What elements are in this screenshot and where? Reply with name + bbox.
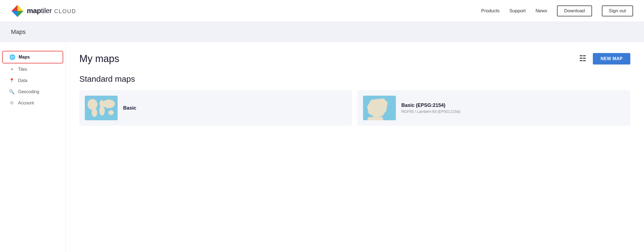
logo-icon (11, 4, 24, 17)
svg-point-13 (92, 108, 97, 117)
logo-text: maptiler CLOUD (27, 7, 76, 15)
pin-icon: 📍 (9, 78, 15, 83)
map-info-epsg2154: Basic (EPSG:2154) RGF93 / Lambert-93 (EP… (401, 102, 625, 114)
page-banner: Maps (0, 22, 644, 42)
sidebar-item-geocoding[interactable]: 🔍 Geocoding (2, 86, 63, 97)
map-card-basic[interactable]: Basic (79, 90, 352, 126)
map-subtitle-epsg2154: RGF93 / Lambert-93 (EPSG:2154) (401, 109, 625, 114)
map-thumb-basic (85, 96, 118, 120)
map-thumb-epsg2154 (363, 96, 396, 120)
tiles-icon: ✦ (9, 67, 15, 72)
layout: 🌐 Maps ✦ Tiles 📍 Data 🔍 Geocoding ⚙ Acco… (0, 42, 644, 252)
svg-rect-5 (580, 55, 582, 56)
download-button[interactable]: Download (557, 5, 592, 16)
sidebar-item-maps[interactable]: 🌐 Maps (2, 51, 63, 63)
nav-support[interactable]: Support (509, 8, 526, 14)
sidebar-label-maps: Maps (19, 55, 30, 60)
svg-rect-6 (583, 55, 586, 56)
map-info-basic: Basic (123, 105, 347, 111)
header: maptiler CLOUD Products Support News Dow… (0, 0, 644, 22)
svg-marker-21 (367, 117, 384, 120)
nav-products[interactable]: Products (481, 8, 500, 14)
nav-news[interactable]: News (535, 8, 547, 14)
map-name-basic: Basic (123, 105, 347, 111)
globe-icon: 🌐 (9, 54, 15, 60)
maps-grid: Basic (79, 90, 630, 126)
svg-marker-1 (11, 5, 18, 11)
svg-rect-8 (583, 58, 586, 59)
map-name-epsg2154: Basic (EPSG:2154) (401, 102, 625, 108)
sidebar-label-geocoding: Geocoding (18, 89, 39, 94)
new-map-button[interactable]: NEW MAP (593, 53, 630, 65)
svg-rect-7 (580, 58, 582, 59)
svg-marker-3 (11, 11, 18, 17)
sidebar: 🌐 Maps ✦ Tiles 📍 Data 🔍 Geocoding ⚙ Acco… (0, 42, 66, 252)
main-header: My maps NEW MAP (79, 53, 630, 65)
sidebar-label-tiles: Tiles (18, 67, 27, 72)
svg-point-16 (103, 99, 115, 108)
main-content: My maps NEW MAP Standard maps (66, 42, 644, 252)
svg-point-17 (108, 110, 114, 115)
sidebar-item-account[interactable]: ⚙ Account (2, 98, 63, 108)
map-card-epsg2154[interactable]: Basic (EPSG:2154) RGF93 / Lambert-93 (EP… (358, 90, 630, 126)
search-icon: 🔍 (9, 89, 15, 94)
my-maps-title: My maps (79, 53, 119, 65)
svg-rect-10 (583, 60, 586, 61)
standard-maps-title: Standard maps (79, 74, 630, 84)
list-icon (580, 55, 587, 61)
sidebar-item-data[interactable]: 📍 Data (2, 75, 63, 86)
svg-point-12 (88, 99, 97, 110)
map-thumbnail-epsg-svg (363, 96, 396, 120)
sidebar-label-account: Account (18, 101, 34, 106)
signout-button[interactable]: Sign out (602, 5, 633, 16)
page-banner-title: Maps (11, 28, 26, 35)
svg-point-15 (99, 106, 105, 116)
sidebar-item-tiles[interactable]: ✦ Tiles (2, 64, 63, 75)
map-thumbnail-svg (85, 96, 118, 120)
list-view-button[interactable] (578, 54, 588, 64)
logo-area: maptiler CLOUD (11, 4, 76, 17)
svg-rect-9 (580, 60, 582, 61)
main-actions: NEW MAP (578, 53, 630, 65)
gear-icon: ⚙ (9, 100, 15, 106)
nav-area: Products Support News Download Sign out (481, 5, 633, 16)
sidebar-label-data: Data (18, 78, 27, 83)
